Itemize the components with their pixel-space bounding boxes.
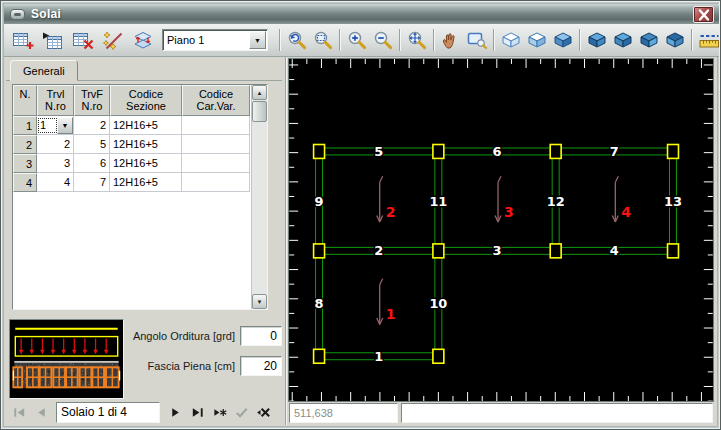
nav-cancel-button[interactable] [252, 402, 274, 422]
table-cell[interactable] [182, 135, 250, 154]
toolbar: Piano 1 ▼ [4, 24, 719, 57]
table-scrollbar[interactable]: ▲ ▼ [251, 85, 267, 309]
zoom-in-button[interactable] [344, 27, 370, 53]
column-header[interactable]: TrvF N.ro [74, 85, 110, 116]
column-node[interactable] [668, 244, 679, 258]
titlebar[interactable]: Solai [4, 4, 719, 24]
copy-floor-button[interactable] [130, 27, 156, 53]
iso-view-2-button[interactable] [610, 27, 636, 53]
pan-icon [440, 29, 462, 51]
column-node[interactable] [314, 145, 325, 159]
panel-divider [285, 57, 287, 425]
nav-next-button[interactable] [164, 402, 186, 422]
view-wireframe-button[interactable] [498, 27, 524, 53]
beam-number-label: 1 [374, 349, 383, 364]
toolbar-separator [279, 29, 281, 51]
pan-button[interactable] [438, 27, 464, 53]
delete-row-button[interactable] [70, 27, 96, 53]
row-header[interactable]: 3 [13, 154, 37, 173]
trvl-combo-value[interactable]: 1 [38, 118, 57, 133]
slab-number-label: 2 [386, 204, 396, 220]
trvl-combo-cell[interactable]: 1▼ [37, 116, 74, 135]
slab-number-label: 1 [386, 306, 396, 322]
nav-last-button[interactable] [186, 402, 208, 422]
table-cell[interactable]: 7 [74, 173, 110, 192]
column-node[interactable] [550, 145, 561, 159]
scrollbar-thumb[interactable] [252, 101, 267, 122]
toolbar-separator [493, 29, 495, 51]
view-hidden-icon [526, 29, 548, 51]
column-header[interactable]: Codice Sezione [110, 85, 182, 116]
table-cell[interactable] [182, 173, 250, 192]
plan-viewport[interactable]: 567234191112138101234 [288, 58, 714, 402]
edit-cells-button[interactable] [100, 27, 126, 53]
iso-view-3-button[interactable] [636, 27, 662, 53]
insert-row-button[interactable] [40, 27, 66, 53]
chevron-down-icon[interactable]: ▼ [57, 117, 73, 134]
column-header[interactable]: Codice Car.Var. [182, 85, 250, 116]
table-cell[interactable]: 12H16+5 [110, 173, 182, 192]
zoom-previous-button[interactable] [284, 27, 310, 53]
scroll-down-icon[interactable]: ▼ [252, 294, 267, 309]
zoom-out-button[interactable] [370, 27, 396, 53]
floor-selector[interactable]: Piano 1 ▼ [162, 29, 268, 51]
iso-view-1-button[interactable] [584, 27, 610, 53]
column-node[interactable] [314, 349, 325, 363]
zoom-window-button[interactable] [310, 27, 336, 53]
column-node[interactable] [668, 145, 679, 159]
status-message [401, 403, 713, 423]
record-navigator: Solaio 1 di 4 [8, 401, 280, 423]
table-cell[interactable]: 3 [37, 154, 74, 173]
table-cell[interactable]: 12H16+5 [110, 154, 182, 173]
column-header[interactable]: Trvl N.ro [37, 85, 74, 116]
table-cell[interactable]: 2 [37, 135, 74, 154]
row-header[interactable]: 2 [13, 135, 37, 154]
table-cell[interactable]: 6 [74, 154, 110, 173]
table-cell[interactable]: 12H16+5 [110, 135, 182, 154]
zoom-window-icon [312, 29, 334, 51]
fascia-piena-label: Fascia Piena [cm] [148, 360, 235, 372]
row-header[interactable]: 4 [13, 173, 37, 192]
table-cell[interactable] [182, 116, 250, 135]
chevron-down-icon[interactable]: ▼ [249, 31, 266, 49]
table-cell[interactable]: 2 [74, 116, 110, 135]
zoom-previous-icon [286, 29, 308, 51]
close-button[interactable] [693, 6, 714, 23]
column-node[interactable] [314, 244, 325, 258]
beam-number-label: 7 [610, 144, 619, 159]
toolbar-separator [339, 29, 341, 51]
view-hidden-button[interactable] [524, 27, 550, 53]
view-toolbar [276, 27, 721, 53]
measure-button[interactable] [696, 27, 721, 53]
tab-generali[interactable]: Generali [10, 60, 78, 81]
iso-view-4-icon [664, 29, 686, 51]
table-cell[interactable]: 4 [37, 173, 74, 192]
zoom-in-icon [346, 29, 368, 51]
add-row-button[interactable] [10, 27, 36, 53]
table-cell[interactable] [182, 154, 250, 173]
slab-table: ▲ ▼ N.Trvl N.roTrvF N.roCodice SezioneCo… [12, 84, 268, 310]
zoom-extents-button[interactable] [404, 27, 430, 53]
view-solid-button[interactable] [550, 27, 576, 53]
table-cell[interactable]: 12H16+5 [110, 116, 182, 135]
column-node[interactable] [433, 349, 444, 363]
scroll-up-icon[interactable]: ▲ [252, 85, 267, 100]
row-header[interactable]: 1 [13, 116, 37, 135]
table-cell[interactable]: 5 [74, 135, 110, 154]
column-node[interactable] [550, 244, 561, 258]
nav-insert-button[interactable] [208, 402, 230, 422]
window-title: Solai [31, 7, 61, 21]
column-node[interactable] [433, 244, 444, 258]
iso-view-4-button[interactable] [662, 27, 688, 53]
zoom-region-button[interactable] [464, 27, 490, 53]
nav-first-icon [12, 405, 27, 420]
zoom-extents-icon [406, 29, 428, 51]
delete-row-icon [72, 29, 94, 51]
column-node[interactable] [433, 145, 444, 159]
fascia-piena-input[interactable]: 20 [240, 356, 282, 376]
column-header[interactable]: N. [13, 85, 37, 116]
zoom-region-icon [466, 29, 488, 51]
beam-number-label: 6 [493, 144, 502, 159]
angolo-orditura-input[interactable]: 0 [240, 326, 282, 346]
nav-post-button [230, 402, 252, 422]
